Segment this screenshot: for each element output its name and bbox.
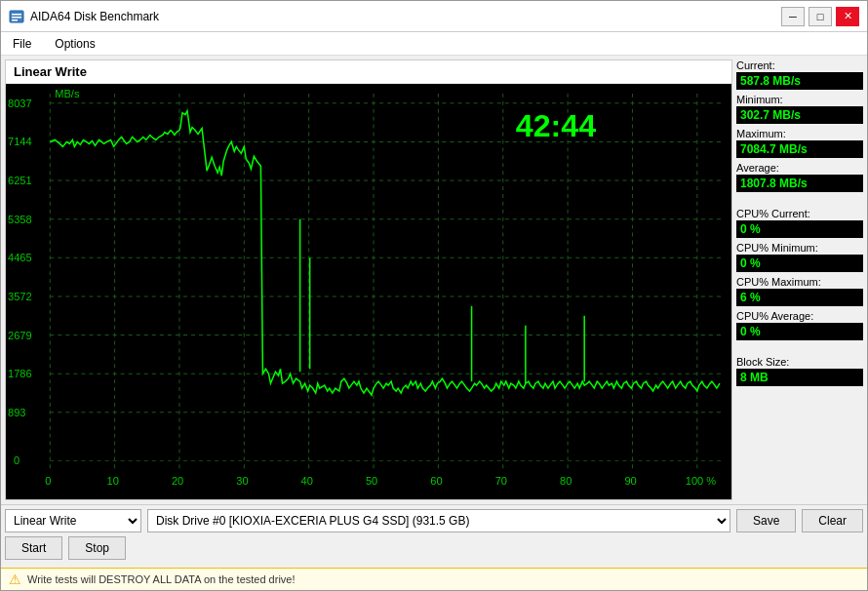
clear-button[interactable]: Clear (802, 509, 863, 532)
svg-text:80: 80 (560, 475, 572, 487)
minimum-value: 302.7 MB/s (736, 106, 863, 124)
average-label: Average: (736, 162, 863, 174)
save-button[interactable]: Save (736, 509, 796, 532)
menu-bar: File Options (1, 32, 867, 56)
svg-text:60: 60 (430, 475, 442, 487)
app-icon (9, 9, 24, 24)
controls-row: Linear Write Disk Drive #0 [KIOXIA-EXCER… (5, 509, 863, 532)
maximize-button[interactable]: □ (809, 7, 832, 26)
stat-average: Average: 1807.8 MB/s (736, 162, 863, 192)
main-area: Linear Write (1, 56, 867, 504)
maximum-label: Maximum: (736, 128, 863, 139)
menu-options[interactable]: Options (47, 35, 102, 53)
svg-text:8037: 8037 (8, 98, 32, 109)
right-panel: Current: 587.8 MB/s Minimum: 302.7 MB/s … (736, 59, 863, 500)
cpu-average-value: 0 % (736, 323, 863, 340)
average-value: 1807.8 MB/s (736, 175, 863, 192)
svg-text:30: 30 (236, 475, 248, 487)
block-size-value: 8 MB (736, 369, 863, 386)
svg-text:0: 0 (45, 475, 51, 487)
svg-text:42:44: 42:44 (516, 109, 596, 144)
minimum-label: Minimum: (736, 94, 863, 105)
close-button[interactable]: ✕ (836, 7, 859, 26)
svg-text:90: 90 (624, 475, 636, 487)
disk-select[interactable]: Disk Drive #0 [KIOXIA-EXCERIA PLUS G4 SS… (147, 509, 730, 532)
stop-button[interactable]: Stop (68, 536, 126, 560)
stat-maximum: Maximum: 7084.7 MB/s (736, 128, 863, 158)
maximum-value: 7084.7 MB/s (736, 140, 863, 158)
title-bar: AIDA64 Disk Benchmark ─ □ ✕ (1, 1, 867, 32)
test-type-select[interactable]: Linear Write (5, 509, 141, 532)
svg-text:6251: 6251 (8, 175, 32, 186)
stat-cpu-current: CPU% Current: 0 % (736, 208, 863, 238)
cpu-minimum-label: CPU% Minimum: (736, 242, 863, 254)
current-value: 587.8 MB/s (736, 72, 863, 90)
svg-text:100 %: 100 % (686, 475, 717, 487)
stat-block-size: Block Size: 8 MB (736, 356, 863, 386)
minimize-button[interactable]: ─ (781, 7, 805, 26)
svg-text:0: 0 (14, 454, 20, 466)
current-label: Current: (736, 59, 863, 71)
svg-text:5358: 5358 (8, 214, 32, 225)
stat-cpu-minimum: CPU% Minimum: 0 % (736, 242, 863, 272)
svg-text:MB/s: MB/s (55, 88, 80, 99)
warning-icon: ⚠ (9, 571, 21, 587)
svg-rect-3 (12, 20, 18, 21)
cpu-current-value: 0 % (736, 220, 863, 238)
cpu-maximum-label: CPU% Maximum: (736, 276, 863, 288)
block-size-label: Block Size: (736, 356, 863, 368)
svg-text:70: 70 (495, 475, 507, 487)
cpu-maximum-value: 6 % (736, 289, 863, 306)
svg-text:7144: 7144 (8, 136, 32, 147)
chart-container: 8037 7144 6251 5358 4465 3572 2679 1786 … (6, 84, 731, 499)
main-window: AIDA64 Disk Benchmark ─ □ ✕ File Options… (0, 0, 868, 591)
stat-minimum: Minimum: 302.7 MB/s (736, 94, 863, 124)
stat-current: Current: 587.8 MB/s (736, 59, 863, 90)
chart-section: Linear Write (5, 59, 732, 500)
stat-cpu-maximum: CPU% Maximum: 6 % (736, 276, 863, 306)
svg-text:20: 20 (172, 475, 183, 487)
cpu-average-label: CPU% Average: (736, 310, 863, 322)
title-bar-left: AIDA64 Disk Benchmark (9, 9, 159, 24)
svg-text:893: 893 (8, 407, 25, 418)
svg-text:3572: 3572 (8, 291, 32, 302)
chart-title: Linear Write (6, 60, 731, 84)
svg-text:2679: 2679 (8, 330, 32, 341)
title-controls: ─ □ ✕ (781, 7, 859, 26)
svg-text:10: 10 (107, 475, 119, 487)
svg-text:50: 50 (366, 475, 377, 487)
svg-text:4465: 4465 (8, 252, 32, 263)
cpu-minimum-value: 0 % (736, 255, 863, 272)
window-title: AIDA64 Disk Benchmark (30, 10, 159, 23)
bottom-bar: Linear Write Disk Drive #0 [KIOXIA-EXCER… (1, 504, 867, 568)
svg-text:1786: 1786 (8, 368, 32, 379)
chart-svg: 8037 7144 6251 5358 4465 3572 2679 1786 … (6, 84, 731, 499)
cpu-current-label: CPU% Current: (736, 208, 863, 219)
start-button[interactable]: Start (5, 536, 62, 560)
start-stop-row: Start Stop (5, 536, 863, 560)
warning-text: Write tests will DESTROY ALL DATA on the… (27, 573, 296, 585)
menu-file[interactable]: File (5, 35, 39, 53)
warning-bar: ⚠ Write tests will DESTROY ALL DATA on t… (1, 568, 867, 590)
svg-rect-2 (12, 17, 21, 19)
svg-rect-1 (12, 14, 21, 16)
svg-text:40: 40 (301, 475, 313, 487)
stat-cpu-average: CPU% Average: 0 % (736, 310, 863, 340)
